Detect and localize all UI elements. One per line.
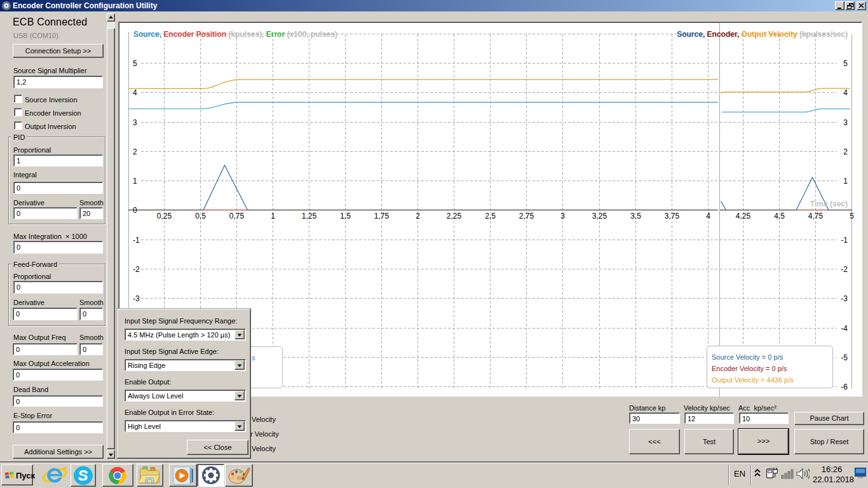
svg-text:4,25: 4,25 (736, 212, 751, 220)
svg-text:5: 5 (850, 212, 854, 220)
svg-text:0: 0 (133, 206, 137, 215)
svg-text:-1: -1 (841, 236, 848, 245)
svg-text:-6: -6 (841, 383, 848, 391)
svg-text:2,5: 2,5 (485, 212, 496, 220)
svg-text:3: 3 (560, 212, 565, 220)
svg-text:5: 5 (843, 59, 848, 68)
svg-text:3: 3 (843, 118, 848, 127)
svg-text:0,75: 0,75 (229, 212, 245, 220)
svg-text:1: 1 (843, 177, 848, 186)
svg-text:3: 3 (133, 118, 137, 127)
svg-text:5: 5 (133, 59, 137, 68)
svg-text:4: 4 (843, 88, 848, 97)
svg-text:2,75: 2,75 (519, 212, 534, 220)
svg-text:1: 1 (133, 177, 137, 186)
svg-text:-3: -3 (133, 294, 140, 303)
svg-text:-2: -2 (841, 265, 848, 274)
svg-text:2,25: 2,25 (447, 212, 462, 220)
svg-text:4,5: 4,5 (774, 212, 785, 220)
svg-text:-4: -4 (841, 324, 848, 333)
svg-text:4: 4 (133, 88, 137, 97)
svg-text:1,25: 1,25 (302, 212, 317, 220)
svg-text:-2: -2 (133, 265, 140, 274)
svg-text:0,25: 0,25 (157, 212, 172, 220)
svg-text:3,75: 3,75 (665, 212, 680, 220)
svg-text:2: 2 (133, 147, 137, 156)
svg-text:4: 4 (706, 212, 710, 220)
svg-text:4,75: 4,75 (808, 212, 824, 220)
svg-text:1: 1 (271, 212, 275, 220)
svg-text:-5: -5 (841, 353, 848, 362)
svg-text:3,25: 3,25 (592, 212, 607, 220)
svg-text:1,75: 1,75 (374, 212, 390, 220)
svg-text:2: 2 (416, 212, 420, 220)
svg-text:1,5: 1,5 (340, 212, 351, 220)
svg-text:0,5: 0,5 (195, 212, 206, 220)
svg-text:-1: -1 (133, 236, 140, 245)
svg-text:3,5: 3,5 (630, 212, 641, 220)
svg-text:2: 2 (843, 147, 848, 156)
svg-text:-3: -3 (841, 294, 848, 303)
